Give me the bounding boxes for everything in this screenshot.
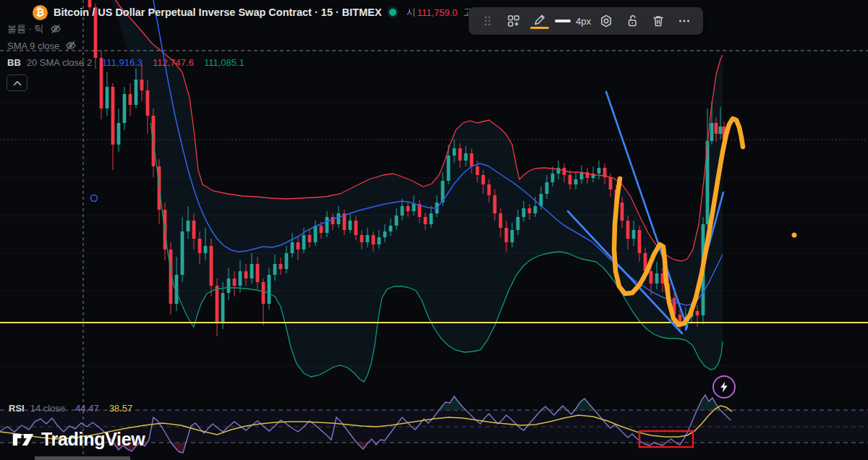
sma-visibility-toggle[interactable] (65, 40, 77, 51)
bottom-scrollbar-thumb[interactable] (35, 456, 130, 460)
rsi-ma-value: 38.57 (109, 403, 133, 414)
line-width-label: 4px (576, 16, 591, 27)
line-width-button[interactable]: 4px (553, 9, 593, 33)
legend-row-bb[interactable]: BB 20 SMA close 2 111,916.3 112,747.6 11… (7, 57, 244, 68)
tradingview-watermark-text: TradingView (41, 429, 145, 450)
chart-canvas[interactable] (0, 0, 868, 460)
eye-slash-icon (65, 40, 77, 51)
drag-handle-icon (482, 14, 493, 28)
eye-slash-icon (50, 23, 61, 35)
drag-handle[interactable] (475, 9, 501, 33)
volume-visibility-toggle[interactable] (50, 23, 61, 35)
open-label: 시 (407, 6, 416, 19)
symbol-header: ₿ Bitcoin / US Dollar Perpetual Inverse … (33, 4, 484, 21)
grid-plus-icon (506, 14, 521, 28)
settings-button[interactable] (593, 9, 619, 33)
lock-button[interactable] (619, 9, 645, 33)
chevron-up-icon (13, 80, 22, 86)
legend-collapse-button[interactable] (7, 74, 27, 91)
tradingview-logo-icon (12, 427, 35, 451)
bb-basis-value: 111,916.3 (102, 57, 142, 68)
lightning-bolt-icon (720, 381, 728, 393)
drawing-templates-button[interactable] (501, 9, 527, 33)
market-status-dot[interactable] (389, 9, 396, 16)
drawing-toolbar: 4px (469, 7, 703, 35)
volume-indicator-label[interactable]: 볼륨 · 틱 (7, 22, 44, 35)
lock-open-icon (625, 14, 639, 28)
more-dots-icon (677, 14, 692, 28)
legend-row-sma[interactable]: SMA 9 close (7, 40, 77, 51)
tradingview-watermark: TradingView (12, 427, 145, 451)
bitcoin-icon: ₿ (33, 5, 48, 20)
pencil-icon (532, 13, 547, 25)
rsi-indicator-name[interactable]: RSI (9, 403, 25, 414)
rsi-value: 44.47 (75, 403, 99, 414)
symbol-title[interactable]: Bitcoin / US Dollar Perpetual Inverse Sw… (54, 7, 382, 18)
selected-color-swatch (530, 27, 549, 30)
sma-indicator-label[interactable]: SMA 9 close (7, 41, 59, 51)
bb-indicator-params: 20 SMA close 2 (27, 57, 92, 68)
bb-upper-value: 112,747.6 (153, 57, 194, 68)
legend-row-rsi[interactable]: RSI 14 close 44.47 38.57 (9, 403, 132, 414)
delete-button[interactable] (645, 9, 671, 33)
rsi-indicator-params: 14 close (30, 403, 65, 414)
color-button[interactable] (527, 9, 553, 33)
line-width-sample-icon (555, 20, 571, 22)
trash-icon (651, 14, 665, 28)
settings-hexagon-icon (599, 14, 613, 28)
more-options-button[interactable] (671, 9, 697, 33)
bb-lower-value: 111,085.1 (204, 57, 244, 68)
lightning-action-button[interactable] (712, 375, 736, 399)
legend-row-volume[interactable]: 볼륨 · 틱 (7, 22, 61, 35)
tradingview-chart-window: ₿ Bitcoin / US Dollar Perpetual Inverse … (0, 0, 868, 460)
bb-indicator-name[interactable]: BB (7, 57, 21, 68)
open-value: 111,759.0 (417, 7, 458, 18)
